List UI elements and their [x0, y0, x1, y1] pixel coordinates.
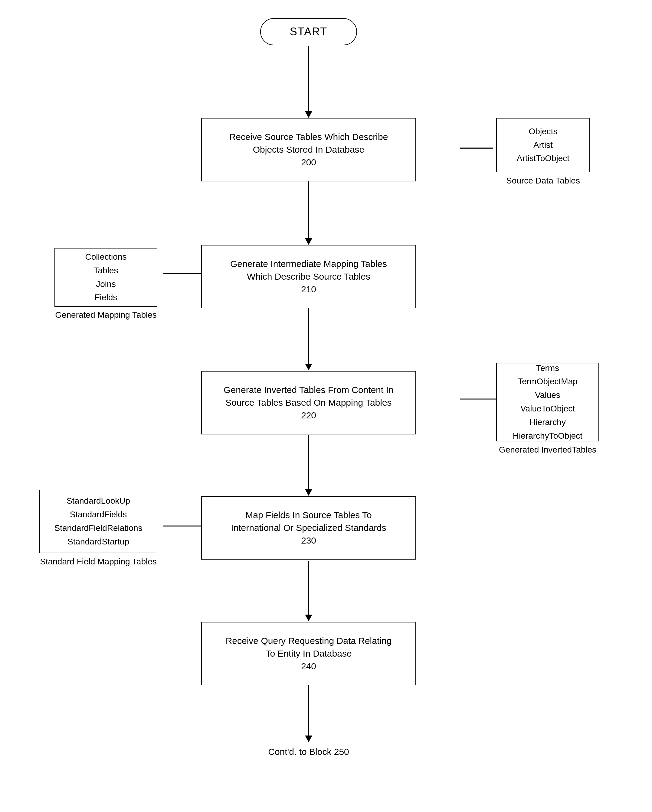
standard-mapping-content: StandardLookUpStandardFieldsStandardFiel… — [54, 494, 142, 548]
block-230-label: Map Fields In Source Tables ToInternatio… — [231, 509, 386, 547]
mapping-tables-label: Generated Mapping Tables — [47, 310, 165, 320]
mapping-tables-box: CollectionsTablesJoinsFields — [55, 248, 157, 307]
svg-marker-9 — [305, 615, 312, 621]
inverted-tables-label: Generated InvertedTables — [496, 445, 599, 455]
mapping-tables-content: CollectionsTablesJoinsFields — [85, 250, 127, 304]
svg-marker-11 — [305, 736, 312, 742]
block-210-label: Generate Intermediate Mapping TablesWhic… — [230, 258, 387, 296]
block-220-label: Generate Inverted Tables From Content In… — [223, 384, 393, 422]
block-240: Receive Query Requesting Data RelatingTo… — [201, 622, 416, 685]
start-label: START — [290, 25, 328, 38]
block-230: Map Fields In Source Tables ToInternatio… — [201, 496, 416, 560]
block-240-label: Receive Query Requesting Data RelatingTo… — [226, 635, 392, 673]
block-220: Generate Inverted Tables From Content In… — [201, 371, 416, 434]
source-data-label: Source Data Tables — [496, 176, 590, 186]
block-200-label: Receive Source Tables Which DescribeObje… — [230, 131, 388, 169]
inverted-tables-box: TermsTermObjectMapValuesValueToObjectHie… — [496, 363, 599, 441]
start-shape: START — [260, 18, 357, 45]
block-210: Generate Intermediate Mapping TablesWhic… — [201, 245, 416, 308]
diagram-container: START Receive Source Tables Which Descri… — [0, 0, 652, 812]
svg-marker-1 — [305, 111, 312, 118]
svg-marker-5 — [305, 364, 312, 370]
source-data-content: ObjectsArtistArtistToObject — [517, 125, 569, 165]
standard-mapping-box: StandardLookUpStandardFieldsStandardFiel… — [39, 490, 157, 553]
contd-label: Cont'd. to Block 250 — [230, 747, 387, 757]
standard-mapping-label: Standard Field Mapping Tables — [30, 557, 167, 566]
svg-marker-7 — [305, 489, 312, 496]
inverted-tables-content: TermsTermObjectMapValuesValueToObjectHie… — [513, 362, 582, 443]
block-200: Receive Source Tables Which DescribeObje… — [201, 118, 416, 182]
source-data-box: ObjectsArtistArtistToObject — [496, 118, 590, 172]
svg-marker-3 — [305, 238, 312, 245]
